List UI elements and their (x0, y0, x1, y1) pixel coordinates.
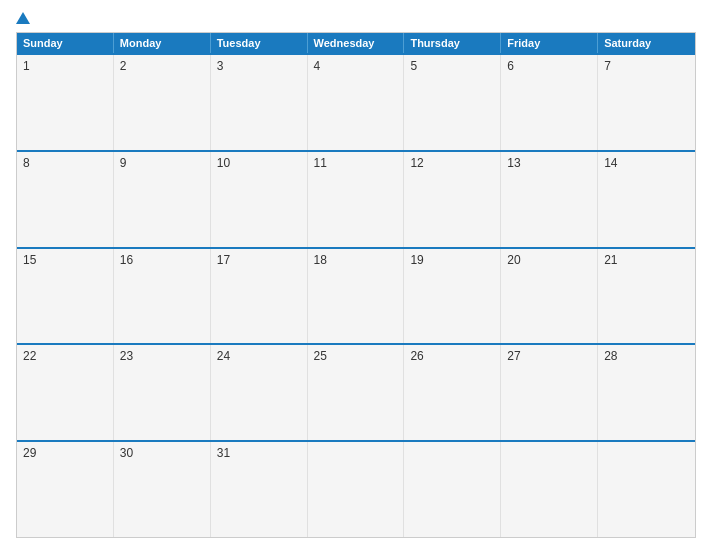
day-number: 16 (120, 253, 133, 267)
day-number: 10 (217, 156, 230, 170)
day-number: 1 (23, 59, 30, 73)
day-cell: 15 (17, 249, 114, 344)
day-number: 2 (120, 59, 127, 73)
day-cell: 20 (501, 249, 598, 344)
day-cell (308, 442, 405, 537)
day-number: 25 (314, 349, 327, 363)
day-cell (598, 442, 695, 537)
day-cell: 27 (501, 345, 598, 440)
header (16, 12, 696, 24)
day-number: 7 (604, 59, 611, 73)
day-cell: 18 (308, 249, 405, 344)
week-row-4: 22232425262728 (17, 343, 695, 440)
day-cell: 21 (598, 249, 695, 344)
day-cell: 7 (598, 55, 695, 150)
day-headers-row: SundayMondayTuesdayWednesdayThursdayFrid… (17, 33, 695, 53)
day-cell: 6 (501, 55, 598, 150)
day-number: 21 (604, 253, 617, 267)
day-cell: 17 (211, 249, 308, 344)
day-number: 31 (217, 446, 230, 460)
week-row-5: 293031 (17, 440, 695, 537)
day-cell: 14 (598, 152, 695, 247)
day-cell (404, 442, 501, 537)
day-cell (501, 442, 598, 537)
day-number: 11 (314, 156, 327, 170)
day-cell: 4 (308, 55, 405, 150)
day-cell: 19 (404, 249, 501, 344)
day-number: 22 (23, 349, 36, 363)
calendar-page: SundayMondayTuesdayWednesdayThursdayFrid… (0, 0, 712, 550)
day-cell: 25 (308, 345, 405, 440)
day-number: 29 (23, 446, 36, 460)
week-row-3: 15161718192021 (17, 247, 695, 344)
day-cell: 1 (17, 55, 114, 150)
day-number: 3 (217, 59, 224, 73)
day-cell: 12 (404, 152, 501, 247)
day-cell: 13 (501, 152, 598, 247)
day-cell: 22 (17, 345, 114, 440)
day-cell: 10 (211, 152, 308, 247)
day-number: 8 (23, 156, 30, 170)
day-number: 9 (120, 156, 127, 170)
day-cell: 9 (114, 152, 211, 247)
day-cell: 3 (211, 55, 308, 150)
day-number: 13 (507, 156, 520, 170)
day-cell: 11 (308, 152, 405, 247)
day-number: 20 (507, 253, 520, 267)
day-header-sunday: Sunday (17, 33, 114, 53)
day-number: 5 (410, 59, 417, 73)
day-cell: 26 (404, 345, 501, 440)
calendar-grid: SundayMondayTuesdayWednesdayThursdayFrid… (16, 32, 696, 538)
day-cell: 2 (114, 55, 211, 150)
logo (16, 12, 32, 24)
day-number: 12 (410, 156, 423, 170)
day-cell: 16 (114, 249, 211, 344)
day-cell: 31 (211, 442, 308, 537)
day-number: 18 (314, 253, 327, 267)
week-row-2: 891011121314 (17, 150, 695, 247)
day-cell: 28 (598, 345, 695, 440)
day-header-saturday: Saturday (598, 33, 695, 53)
day-header-wednesday: Wednesday (308, 33, 405, 53)
day-cell: 5 (404, 55, 501, 150)
logo-blue-text (16, 12, 32, 24)
day-number: 30 (120, 446, 133, 460)
day-cell: 8 (17, 152, 114, 247)
day-number: 28 (604, 349, 617, 363)
day-number: 6 (507, 59, 514, 73)
day-number: 4 (314, 59, 321, 73)
day-cell: 30 (114, 442, 211, 537)
weeks-container: 1234567891011121314151617181920212223242… (17, 53, 695, 537)
logo-triangle-icon (16, 12, 30, 24)
day-header-monday: Monday (114, 33, 211, 53)
day-number: 15 (23, 253, 36, 267)
day-cell: 29 (17, 442, 114, 537)
day-cell: 24 (211, 345, 308, 440)
day-header-thursday: Thursday (404, 33, 501, 53)
day-number: 23 (120, 349, 133, 363)
day-number: 17 (217, 253, 230, 267)
day-cell: 23 (114, 345, 211, 440)
day-header-tuesday: Tuesday (211, 33, 308, 53)
day-number: 26 (410, 349, 423, 363)
day-number: 14 (604, 156, 617, 170)
day-number: 24 (217, 349, 230, 363)
day-header-friday: Friday (501, 33, 598, 53)
day-number: 19 (410, 253, 423, 267)
day-number: 27 (507, 349, 520, 363)
week-row-1: 1234567 (17, 53, 695, 150)
